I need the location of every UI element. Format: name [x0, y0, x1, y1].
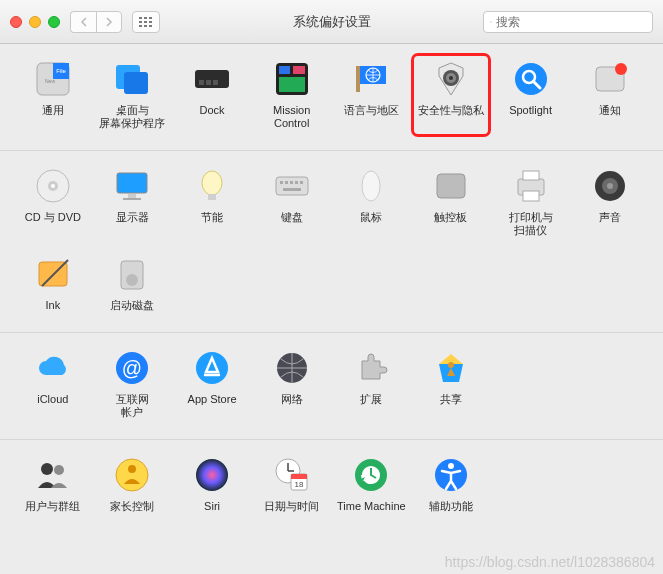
pref-users-groups[interactable]: 用户与群组: [14, 450, 92, 519]
pref-dock[interactable]: Dock: [173, 54, 251, 136]
pref-accessibility[interactable]: 辅助功能: [412, 450, 490, 519]
search-icon: [490, 16, 492, 28]
pref-trackpad[interactable]: 触控板: [412, 161, 490, 243]
svg-text:18: 18: [294, 480, 303, 489]
pref-label: 鼠标: [360, 211, 382, 224]
svg-rect-24: [279, 77, 305, 92]
svg-rect-1: [144, 17, 147, 19]
svg-rect-2: [149, 17, 152, 19]
trackpad-icon: [430, 165, 472, 207]
pref-siri[interactable]: Siri: [173, 450, 251, 519]
energy-icon: [191, 165, 233, 207]
pref-notifications[interactable]: 通知: [571, 54, 649, 136]
pref-ink[interactable]: Ink: [14, 249, 92, 318]
pref-label: iCloud: [37, 393, 68, 406]
minimize-icon[interactable]: [29, 16, 41, 28]
pref-label: 辅助功能: [429, 500, 473, 513]
spotlight-icon: [510, 58, 552, 100]
forward-button[interactable]: [96, 11, 122, 33]
pref-date-time[interactable]: 18 日期与时间: [253, 450, 331, 519]
svg-rect-17: [195, 70, 229, 88]
search-field[interactable]: [483, 11, 653, 33]
svg-point-35: [615, 63, 627, 75]
datetime-icon: 18: [271, 454, 313, 496]
pref-language-region[interactable]: 语言与地区: [333, 54, 411, 136]
svg-point-82: [448, 463, 454, 469]
svg-point-72: [196, 459, 228, 491]
back-button[interactable]: [70, 11, 96, 33]
pref-sound[interactable]: 声音: [571, 161, 649, 243]
pref-label: Spotlight: [509, 104, 552, 117]
parental-icon: [111, 454, 153, 496]
security-icon: [430, 58, 472, 100]
svg-rect-6: [139, 25, 142, 27]
pref-label: 语言与地区: [344, 104, 399, 117]
nav-buttons: [70, 11, 122, 33]
pref-startup-disk[interactable]: 启动磁盘: [94, 249, 172, 318]
pref-label: 打印机与 扫描仪: [509, 211, 553, 237]
pref-extensions[interactable]: 扩展: [333, 343, 411, 425]
pref-label: CD 与 DVD: [25, 211, 81, 224]
users-icon: [32, 454, 74, 496]
pref-desktop[interactable]: 桌面与 屏幕保护程序: [94, 54, 172, 136]
pref-mission-control[interactable]: Mission Control: [253, 54, 331, 136]
pref-security-privacy[interactable]: 安全性与隐私: [412, 54, 490, 136]
svg-point-67: [448, 362, 454, 368]
search-input[interactable]: [496, 15, 646, 29]
svg-text:File: File: [56, 68, 66, 74]
pref-app-store[interactable]: App Store: [173, 343, 251, 425]
pref-label: 共享: [440, 393, 462, 406]
pref-general[interactable]: FileNew 通用: [14, 54, 92, 136]
pref-displays[interactable]: 显示器: [94, 161, 172, 243]
pref-label: 安全性与隐私: [418, 104, 484, 117]
show-all-button[interactable]: [132, 11, 160, 33]
pref-cd-dvd[interactable]: CD 与 DVD: [14, 161, 92, 243]
pref-icloud[interactable]: iCloud: [14, 343, 92, 425]
svg-point-69: [54, 465, 64, 475]
svg-rect-43: [208, 194, 216, 200]
zoom-icon[interactable]: [48, 16, 60, 28]
pref-label: Ink: [45, 299, 60, 312]
printer-icon: [510, 165, 552, 207]
svg-point-51: [362, 171, 380, 201]
pref-label: App Store: [188, 393, 237, 406]
pref-time-machine[interactable]: Time Machine: [333, 450, 411, 519]
pref-label: Time Machine: [337, 500, 406, 513]
close-icon[interactable]: [10, 16, 22, 28]
pref-sharing[interactable]: 共享: [412, 343, 490, 425]
svg-rect-4: [144, 21, 147, 23]
startup-disk-icon: [111, 253, 153, 295]
accessibility-icon: [430, 454, 472, 496]
pref-label: 启动磁盘: [110, 299, 154, 312]
svg-rect-0: [139, 17, 142, 19]
svg-rect-47: [290, 181, 293, 184]
mouse-icon: [350, 165, 392, 207]
pref-parental-controls[interactable]: 家长控制: [94, 450, 172, 519]
window-controls: [10, 16, 60, 28]
timemachine-icon: [350, 454, 392, 496]
svg-rect-25: [356, 66, 360, 92]
svg-rect-49: [300, 181, 303, 184]
pref-keyboard[interactable]: 键盘: [253, 161, 331, 243]
pref-network[interactable]: 网络: [253, 343, 331, 425]
svg-rect-46: [285, 181, 288, 184]
svg-rect-19: [206, 80, 211, 85]
pref-printers-scanners[interactable]: 打印机与 扫描仪: [492, 161, 570, 243]
svg-rect-8: [149, 25, 152, 27]
svg-rect-55: [523, 191, 539, 201]
pref-label: 桌面与 屏幕保护程序: [99, 104, 165, 130]
pref-label: Mission Control: [273, 104, 310, 130]
pref-energy-saver[interactable]: 节能: [173, 161, 251, 243]
svg-point-30: [449, 76, 453, 80]
svg-point-38: [51, 184, 55, 188]
pref-mouse[interactable]: 鼠标: [333, 161, 411, 243]
pref-label: 用户与群组: [25, 500, 80, 513]
svg-point-31: [515, 63, 547, 95]
ink-icon: [32, 253, 74, 295]
pref-label: 键盘: [281, 211, 303, 224]
pref-internet-accounts[interactable]: @ 互联网 帐户: [94, 343, 172, 425]
network-icon: [271, 347, 313, 389]
svg-point-42: [202, 171, 222, 195]
pref-spotlight[interactable]: Spotlight: [492, 54, 570, 136]
svg-rect-40: [128, 194, 136, 198]
